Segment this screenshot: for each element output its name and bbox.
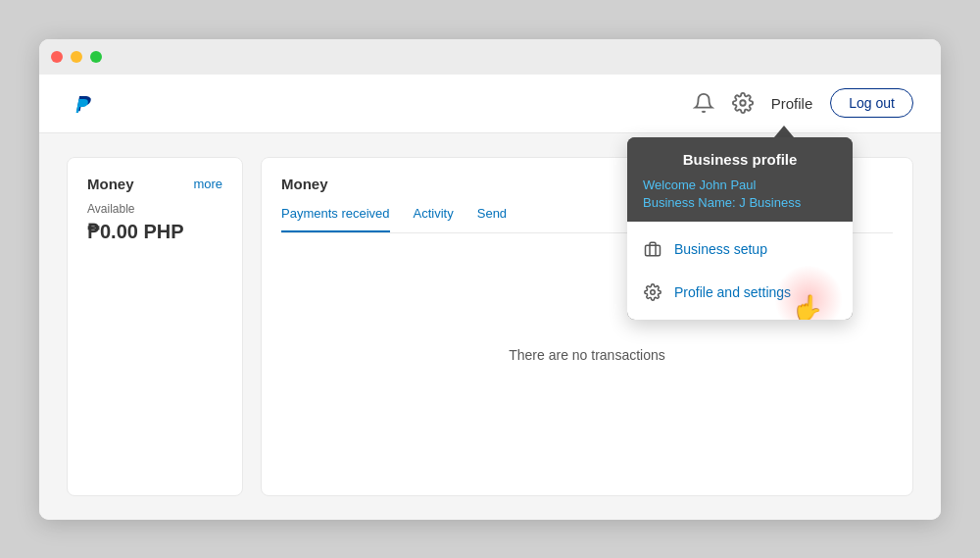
navbar-right: Profile Log out xyxy=(693,88,913,118)
dropdown-menu: Business profile Welcome John Paul Busin… xyxy=(627,137,853,320)
minimize-dot[interactable] xyxy=(71,51,82,63)
business-setup-label: Business setup xyxy=(674,241,767,257)
dropdown-title: Business profile xyxy=(643,151,837,168)
browser-window: Profile Log out Business profile Welcome… xyxy=(39,39,941,520)
dropdown-arrow xyxy=(774,126,794,137)
dropdown-header: Business profile Welcome John Paul Busin… xyxy=(627,137,853,222)
close-dot[interactable] xyxy=(51,51,63,63)
profile-dropdown: Business profile Welcome John Paul Busin… xyxy=(627,126,853,320)
svg-rect-1 xyxy=(646,245,661,256)
dropdown-items: Business setup Profile and settings xyxy=(627,222,853,320)
tab-payments-received[interactable]: Payments received xyxy=(281,206,390,232)
logout-button[interactable]: Log out xyxy=(830,88,913,118)
money-card-header: Money more xyxy=(87,176,222,192)
tab-send[interactable]: Send xyxy=(477,206,507,232)
browser-content: Profile Log out Business profile Welcome… xyxy=(39,75,941,520)
cursor-hand: 👆 xyxy=(792,293,823,320)
business-setup-item[interactable]: Business setup xyxy=(627,228,853,271)
svg-point-2 xyxy=(651,289,656,294)
money-card-title: Money xyxy=(87,176,134,192)
briefcase-icon xyxy=(643,239,662,259)
browser-titlebar xyxy=(39,39,941,75)
maximize-dot[interactable] xyxy=(90,51,102,63)
svg-point-0 xyxy=(740,100,746,106)
dropdown-business: Business Name: J Business xyxy=(643,195,837,210)
tab-activity[interactable]: Activity xyxy=(414,206,454,232)
available-label: Available xyxy=(87,202,222,216)
money-card: Money more Available ₱0.00 PHP xyxy=(67,157,243,496)
paypal-logo xyxy=(67,87,98,119)
settings-icon[interactable] xyxy=(732,92,754,114)
profile-label[interactable]: Profile xyxy=(771,95,813,112)
profile-settings-label: Profile and settings xyxy=(674,284,791,300)
navbar: Profile Log out Business profile Welcome… xyxy=(39,75,941,133)
profile-settings-item[interactable]: Profile and settings 👆 xyxy=(627,271,853,314)
profile-gear-icon xyxy=(643,282,662,302)
dropdown-welcome: Welcome John Paul xyxy=(643,178,837,192)
balance-amount: ₱0.00 PHP xyxy=(87,220,222,243)
more-link[interactable]: more xyxy=(193,177,222,191)
notification-icon[interactable] xyxy=(693,92,714,114)
